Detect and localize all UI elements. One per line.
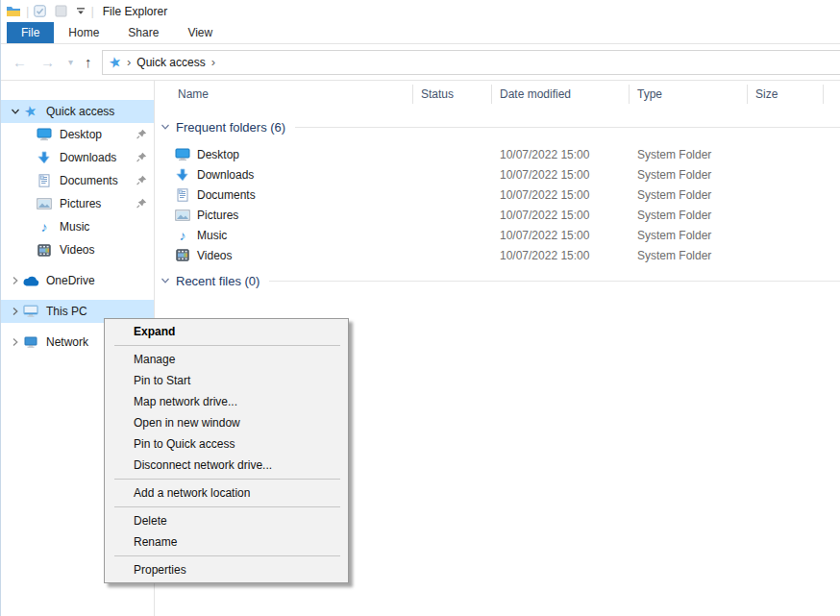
group-divider-line: [269, 281, 840, 282]
sidebar-item-onedrive[interactable]: OneDrive: [1, 269, 154, 292]
file-name: Desktop: [197, 148, 500, 161]
sidebar-item-pictures[interactable]: Pictures: [1, 192, 154, 215]
address-bar[interactable]: ★ › Quick access ›: [102, 50, 840, 75]
sidebar-item-label: Music: [60, 220, 89, 234]
file-date-modified: 10/07/2022 15:00: [500, 148, 637, 161]
breadcrumb-chevron-icon[interactable]: ›: [127, 55, 131, 69]
file-date-modified: 10/07/2022 15:00: [500, 229, 637, 242]
menu-separator: [114, 345, 340, 346]
menu-item-rename[interactable]: Rename: [105, 531, 348, 553]
downloads-icon: [36, 151, 53, 164]
file-date-modified: 10/07/2022 15:00: [500, 188, 637, 202]
address-bar-row: ← → ▾ ↑ ★ › Quick access ›: [1, 44, 840, 81]
divider: |: [26, 4, 29, 18]
menu-item-disconnect-network-drive[interactable]: Disconnect network drive...: [105, 455, 348, 476]
chevron-down-icon[interactable]: [161, 122, 170, 132]
menu-item-delete[interactable]: Delete: [105, 510, 348, 531]
sidebar-item-videos[interactable]: Videos: [1, 238, 154, 261]
explorer-logo-icon: [6, 5, 21, 17]
sidebar-item-label: Quick access: [46, 105, 114, 118]
menu-item-pin-to-quick-access[interactable]: Pin to Quick access: [105, 433, 348, 455]
group-label: Frequent folders (6): [176, 120, 285, 135]
file-row-music[interactable]: ♪ Music 10/07/2022 15:00 System Folder: [155, 225, 840, 245]
file-type: System Folder: [637, 229, 762, 242]
sidebar-item-label: Desktop: [60, 128, 102, 141]
sidebar-item-downloads[interactable]: Downloads: [1, 146, 154, 169]
onedrive-cloud-icon: [22, 276, 39, 286]
window-title: File Explorer: [103, 5, 167, 18]
quick-access-star-icon: ★: [22, 103, 39, 120]
properties-check-icon[interactable]: [34, 5, 46, 17]
file-date-modified: 10/07/2022 15:00: [500, 209, 637, 222]
network-icon: [22, 336, 39, 349]
column-header-date-modified[interactable]: Date modified: [492, 85, 630, 104]
breadcrumb-chevron-icon[interactable]: ›: [211, 55, 215, 69]
documents-icon: [175, 188, 190, 202]
menu-item-map-network-drive[interactable]: Map network drive...: [105, 391, 348, 412]
sidebar-item-documents[interactable]: Documents: [1, 169, 154, 192]
pin-icon: [136, 198, 147, 211]
sidebar-item-label: Documents: [60, 174, 118, 187]
group-label: Recent files (0): [176, 274, 259, 288]
file-type: System Folder: [637, 168, 762, 182]
file-row-videos[interactable]: Videos 10/07/2022 15:00 System Folder: [155, 245, 840, 265]
file-date-modified: 10/07/2022 15:00: [500, 249, 637, 262]
file-row-downloads[interactable]: Downloads 10/07/2022 15:00 System Folder: [155, 164, 840, 185]
sidebar-item-label: Videos: [60, 243, 94, 257]
column-header-type[interactable]: Type: [630, 85, 748, 104]
recent-locations-chevron-icon[interactable]: ▾: [68, 58, 73, 67]
file-name: Music: [197, 229, 500, 242]
new-item-icon[interactable]: [55, 5, 67, 17]
file-row-documents[interactable]: Documents 10/07/2022 15:00 System Folder: [155, 185, 840, 205]
forward-arrow-icon[interactable]: →: [40, 55, 55, 69]
tab-file[interactable]: File: [7, 22, 54, 43]
column-header-row: Name Status Date modified Type Size: [155, 81, 840, 108]
chevron-right-icon[interactable]: [9, 337, 22, 347]
tab-share[interactable]: Share: [113, 22, 173, 43]
group-header-frequent-folders[interactable]: Frequent folders (6): [161, 119, 840, 135]
menu-item-add-network-location[interactable]: Add a network location: [105, 482, 348, 504]
chevron-right-icon[interactable]: [9, 276, 22, 285]
menu-item-expand[interactable]: Expand: [105, 321, 348, 342]
pictures-icon: [175, 209, 190, 221]
sidebar-item-quick-access[interactable]: ★ Quick access: [1, 100, 154, 123]
tab-home[interactable]: Home: [54, 22, 113, 43]
sidebar-item-desktop[interactable]: Desktop: [1, 123, 154, 146]
pin-icon: [136, 175, 147, 188]
file-row-desktop[interactable]: Desktop 10/07/2022 15:00 System Folder: [155, 144, 840, 164]
group-divider-line: [295, 127, 840, 128]
file-type: System Folder: [637, 148, 762, 161]
chevron-down-icon[interactable]: [9, 107, 22, 116]
downloads-icon: [175, 168, 190, 182]
file-name: Pictures: [197, 209, 500, 222]
sidebar-item-label: Pictures: [60, 197, 101, 210]
column-header-name[interactable]: Name: [155, 85, 413, 104]
sidebar-item-label: OneDrive: [46, 274, 95, 287]
menu-item-pin-to-start[interactable]: Pin to Start: [105, 370, 348, 391]
videos-icon: [175, 249, 190, 261]
sidebar-item-music[interactable]: ♪ Music: [1, 215, 154, 238]
up-arrow-icon[interactable]: ↑: [85, 55, 92, 69]
chevron-right-icon[interactable]: [9, 307, 22, 316]
menu-separator: [114, 479, 340, 480]
column-header-status[interactable]: Status: [413, 85, 492, 104]
file-name: Documents: [197, 188, 500, 202]
file-name: Videos: [197, 249, 500, 262]
title-bar: | | File Explorer: [1, 0, 840, 22]
music-icon: ♪: [36, 220, 53, 234]
sidebar-item-label: Network: [46, 335, 88, 349]
menu-item-manage[interactable]: Manage: [105, 349, 348, 370]
breadcrumb-quick-access[interactable]: Quick access: [136, 56, 205, 69]
customize-qat-dropdown-icon[interactable]: [76, 7, 86, 15]
chevron-down-icon[interactable]: [161, 276, 170, 285]
tab-view[interactable]: View: [173, 22, 227, 43]
file-row-pictures[interactable]: Pictures 10/07/2022 15:00 System Folder: [155, 205, 840, 225]
back-arrow-icon[interactable]: ←: [12, 55, 27, 69]
file-type: System Folder: [637, 249, 762, 262]
group-header-recent-files[interactable]: Recent files (0): [161, 273, 840, 288]
menu-item-properties[interactable]: Properties: [105, 559, 348, 580]
menu-item-open-in-new-window[interactable]: Open in new window: [105, 412, 348, 433]
menu-separator: [114, 506, 340, 507]
column-header-size[interactable]: Size: [748, 85, 824, 104]
desktop-icon: [175, 148, 190, 161]
